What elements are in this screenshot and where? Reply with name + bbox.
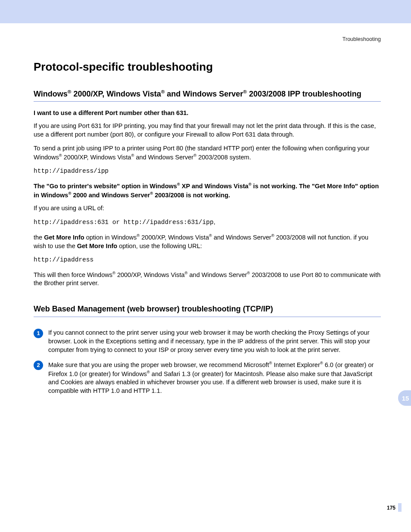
item2-text: Make sure that you are using the proper … xyxy=(48,360,381,395)
sub2: The "Go to printer's website" option in … xyxy=(34,181,381,199)
p5: This will then force Windows® 2000/XP, W… xyxy=(34,270,381,288)
page-number-bar xyxy=(398,503,402,512)
p1: If you are using Port 631 for IPP printi… xyxy=(34,121,381,139)
top-bar xyxy=(0,0,411,23)
p3: If you are using a URL of: xyxy=(34,204,381,212)
code3: http://ipaddress xyxy=(34,255,381,264)
section1-heading: Windows® 2000/XP, Windows Vista® and Win… xyxy=(34,88,381,102)
section2-heading: Web Based Management (web browser) troub… xyxy=(34,304,381,317)
number-circle-icon: 1 xyxy=(34,329,43,338)
chapter-tab: 15 xyxy=(398,390,411,406)
code2: http://ipaddress:631 or http://ipaddress… xyxy=(34,218,381,227)
item1-text: If you cannot connect to the print serve… xyxy=(48,328,381,354)
list-item-1: 1 If you cannot connect to the print ser… xyxy=(34,328,381,354)
p2: To send a print job using IPP to a print… xyxy=(34,144,381,162)
code1: http://ipaddress/ipp xyxy=(34,167,381,175)
breadcrumb: Troubleshooting xyxy=(34,36,381,42)
page-number: 175 xyxy=(387,505,395,511)
list-item-2: 2 Make sure that you are using the prope… xyxy=(34,360,381,395)
page-body: Troubleshooting Protocol-specific troubl… xyxy=(0,23,411,395)
page-title: Protocol-specific troubleshooting xyxy=(34,60,381,74)
sub1: I want to use a different Port number ot… xyxy=(34,109,381,117)
number-circle-icon: 2 xyxy=(34,361,43,370)
p4: the Get More Info option in Windows® 200… xyxy=(34,233,381,250)
